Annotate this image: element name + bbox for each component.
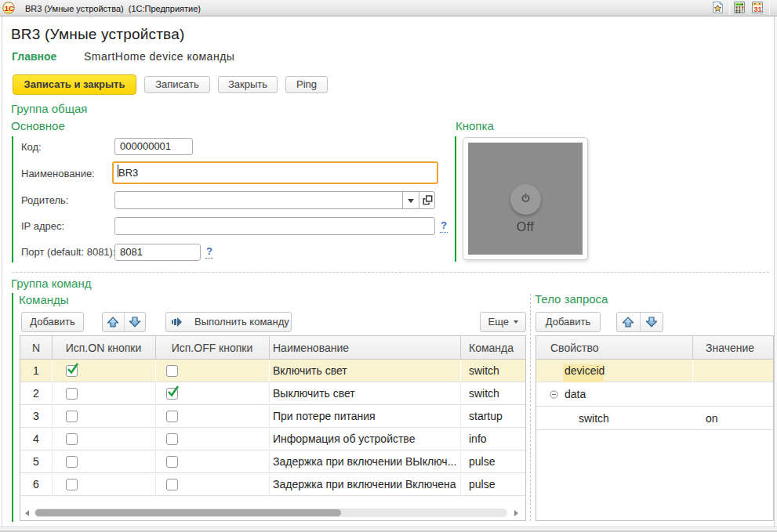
svg-text:1С: 1С bbox=[5, 4, 14, 13]
svg-text:31: 31 bbox=[753, 5, 762, 13]
